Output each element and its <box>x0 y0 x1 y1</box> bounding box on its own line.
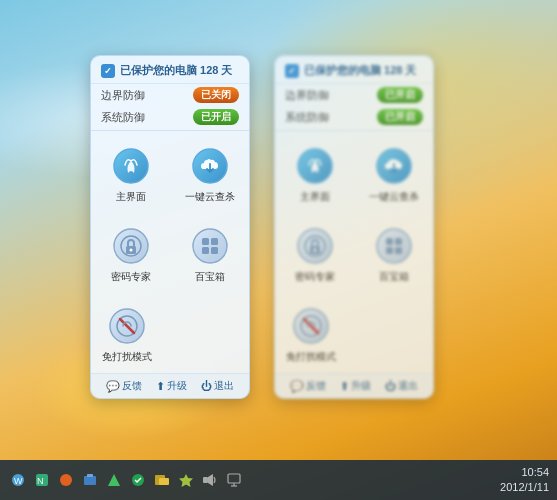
cloud-scan-label-r: 一键云查杀 <box>369 190 419 204</box>
svg-rect-9 <box>202 247 209 254</box>
feedback-icon-r: 💬 <box>290 380 304 393</box>
panel-left-status-border: 边界防御 已关闭 <box>91 84 249 106</box>
taskbar-icon-3[interactable] <box>56 470 76 490</box>
shield-check-icon <box>101 64 115 78</box>
lock-icon <box>111 226 151 266</box>
exit-label: 退出 <box>214 379 234 393</box>
border-defense-label-r: 边界防御 <box>285 88 329 103</box>
system-defense-label: 系统防御 <box>101 110 145 125</box>
panel-right-footer: 💬 反馈 ⬆ 升级 ⏻ 退出 <box>275 373 433 398</box>
divider-2 <box>275 130 433 131</box>
exit-button-r[interactable]: ⏻ 退出 <box>385 379 418 393</box>
clock-date: 2012/1/11 <box>500 480 549 495</box>
svg-marker-35 <box>108 474 120 486</box>
svg-rect-21 <box>386 238 393 245</box>
taskbar-icon-6[interactable] <box>128 470 148 490</box>
panel-left: 已保护您的电脑 128 天 边界防御 已关闭 系统防御 已开启 <box>90 55 250 399</box>
border-defense-badge-r: 已开启 <box>377 87 423 103</box>
cloud-scan-button-r[interactable]: 一键云查杀 <box>357 136 430 210</box>
no-disturb-button-r[interactable]: 免打扰模式 <box>281 296 341 370</box>
grid-icon <box>190 226 230 266</box>
panel-left-single-row: 免打扰模式 <box>91 293 249 373</box>
home-icon-r <box>295 146 335 186</box>
taskbar-icon-7[interactable] <box>152 470 172 490</box>
clock-time: 10:54 <box>521 465 549 480</box>
main-page-label: 主界面 <box>116 190 146 204</box>
svg-rect-33 <box>84 476 96 485</box>
system-defense-badge: 已开启 <box>193 109 239 125</box>
feedback-icon: 💬 <box>106 380 120 393</box>
panel-right-status-system: 系统防御 已开启 <box>275 106 433 128</box>
exit-label-r: 退出 <box>398 379 418 393</box>
panel-left-status-system: 系统防御 已开启 <box>91 106 249 128</box>
no-disturb-label: 免打扰模式 <box>102 350 152 364</box>
panel-right-grid: 主界面 一键云查杀 <box>275 133 433 293</box>
svg-text:N: N <box>37 476 44 486</box>
system-defense-badge-r: 已开启 <box>377 109 423 125</box>
cloud-scan-icon <box>190 146 230 186</box>
upgrade-button-r[interactable]: ⬆ 升级 <box>340 379 371 393</box>
panel-left-header: 已保护您的电脑 128 天 <box>91 56 249 84</box>
svg-rect-23 <box>386 247 393 254</box>
password-expert-label: 密码专家 <box>111 270 151 284</box>
grid-icon-r <box>374 226 414 266</box>
lock-icon-r <box>295 226 335 266</box>
border-defense-label: 边界防御 <box>101 88 145 103</box>
upgrade-icon: ⬆ <box>156 380 165 393</box>
divider-1 <box>91 130 249 131</box>
taskbar-icon-4[interactable] <box>80 470 100 490</box>
treasure-box-button[interactable]: 百宝箱 <box>173 216 246 290</box>
feedback-button-r[interactable]: 💬 反馈 <box>290 379 326 393</box>
no-disturb-icon <box>107 306 147 346</box>
svg-marker-40 <box>208 474 213 486</box>
no-disturb-label-r: 免打扰模式 <box>286 350 336 364</box>
password-expert-button[interactable]: 密码专家 <box>94 216 167 290</box>
panel-right-title: 已保护您的电脑 128 天 <box>304 63 416 78</box>
svg-rect-22 <box>395 238 402 245</box>
taskbar-icon-2[interactable]: N <box>32 470 52 490</box>
svg-rect-41 <box>228 474 240 483</box>
no-disturb-icon-r <box>291 306 331 346</box>
treasure-box-label-r: 百宝箱 <box>379 270 409 284</box>
panel-left-title: 已保护您的电脑 128 天 <box>120 63 232 78</box>
feedback-button[interactable]: 💬 反馈 <box>106 379 142 393</box>
svg-rect-38 <box>159 478 169 485</box>
upgrade-button[interactable]: ⬆ 升级 <box>156 379 187 393</box>
svg-rect-10 <box>211 247 218 254</box>
taskbar-icon-network[interactable] <box>224 470 244 490</box>
svg-rect-34 <box>87 474 93 477</box>
svg-rect-39 <box>203 477 208 483</box>
cloud-scan-icon-r <box>374 146 414 186</box>
panel-right-status-border: 边界防御 已开启 <box>275 84 433 106</box>
border-defense-badge: 已关闭 <box>193 87 239 103</box>
svg-rect-7 <box>202 238 209 245</box>
taskbar-icon-5[interactable] <box>104 470 124 490</box>
taskbar-icon-start[interactable]: W <box>8 470 28 490</box>
panels-container: 已保护您的电脑 128 天 边界防御 已关闭 系统防御 已开启 <box>90 55 434 399</box>
taskbar-icons-group: W N <box>8 470 244 490</box>
svg-point-5 <box>129 249 132 252</box>
exit-button[interactable]: ⏻ 退出 <box>201 379 234 393</box>
svg-point-6 <box>193 229 227 263</box>
no-disturb-button[interactable]: 免打扰模式 <box>97 296 157 370</box>
cloud-scan-button[interactable]: 一键云查杀 <box>173 136 246 210</box>
main-page-button[interactable]: 主界面 <box>94 136 167 210</box>
panel-right-single-row: 免打扰模式 <box>275 293 433 373</box>
panel-left-footer: 💬 反馈 ⬆ 升级 ⏻ 退出 <box>91 373 249 398</box>
password-expert-label-r: 密码专家 <box>295 270 335 284</box>
svg-point-20 <box>377 229 411 263</box>
taskbar-icon-speaker[interactable] <box>200 470 220 490</box>
feedback-label-r: 反馈 <box>306 379 326 393</box>
exit-icon-r: ⏻ <box>385 380 396 392</box>
main-page-label-r: 主界面 <box>300 190 330 204</box>
system-defense-label-r: 系统防御 <box>285 110 329 125</box>
password-expert-button-r[interactable]: 密码专家 <box>278 216 351 290</box>
panel-left-grid: 主界面 <box>91 133 249 293</box>
upgrade-label-r: 升级 <box>351 379 371 393</box>
treasure-box-button-r[interactable]: 百宝箱 <box>357 216 430 290</box>
taskbar-icon-8[interactable] <box>176 470 196 490</box>
home-icon <box>111 146 151 186</box>
main-page-button-r[interactable]: 主界面 <box>278 136 351 210</box>
panel-right-header: 已保护您的电脑 128 天 <box>275 56 433 84</box>
cloud-scan-label: 一键云查杀 <box>185 190 235 204</box>
